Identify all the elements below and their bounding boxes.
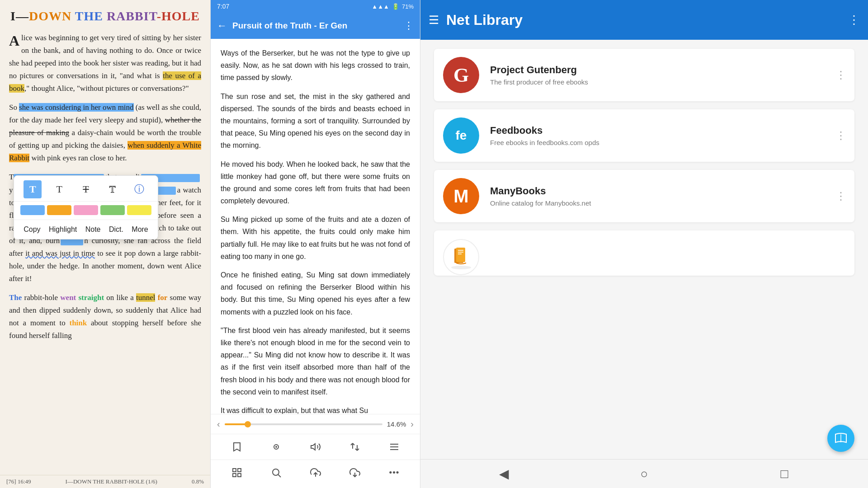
novel-title: Pursuit of the Truth - Er Gen bbox=[232, 21, 398, 31]
feedbooks-info: Feedbooks Free ebooks in feedbooks.com o… bbox=[490, 125, 845, 146]
search-button[interactable] bbox=[267, 464, 285, 482]
svg-rect-9 bbox=[238, 474, 241, 477]
text-toolbar-popup: T T T T ⓘ Copy Highlight Note bbox=[14, 175, 158, 239]
toolbar-outline-icon[interactable]: T bbox=[104, 180, 122, 198]
back-button[interactable]: ← bbox=[217, 20, 227, 32]
brush-button[interactable] bbox=[267, 438, 285, 456]
novel-reader-panel: 7:07 ▲▲▲ 🔋 71% ← Pursuit of the Truth - … bbox=[210, 0, 420, 488]
toolbar-normal-icon[interactable]: T bbox=[50, 180, 68, 198]
gutenberg-logo-text: G bbox=[453, 64, 469, 87]
svg-line-11 bbox=[278, 475, 281, 478]
title-hole: -HOLE bbox=[157, 9, 200, 23]
feedbooks-more-button[interactable]: ⋮ bbox=[835, 129, 846, 142]
title-the: THE bbox=[75, 9, 103, 23]
swatch-blue[interactable] bbox=[20, 205, 45, 215]
novel-more-button[interactable]: ⋮ bbox=[404, 20, 414, 32]
novel-para-5: Once he finished eating, Su Ming sat dow… bbox=[221, 269, 410, 318]
toolbar-info-icon[interactable]: ⓘ bbox=[130, 180, 148, 198]
toolbar-bold-icon[interactable]: T bbox=[24, 180, 42, 198]
svg-rect-16 bbox=[456, 248, 465, 262]
ebook-content: I—DOWN THE RABBIT-HOLE Alice was beginni… bbox=[0, 0, 210, 488]
gutenberg-info: Project Gutenberg The first producer of … bbox=[490, 64, 845, 86]
svg-rect-7 bbox=[238, 469, 241, 472]
novel-icon-row-1 bbox=[211, 434, 420, 460]
note-button[interactable]: Note bbox=[83, 224, 104, 235]
signal-icon: ▲▲▲ bbox=[372, 3, 389, 10]
novel-para-6: "The first blood vein has already manife… bbox=[221, 324, 410, 398]
highlight-button[interactable]: Highlight bbox=[46, 224, 80, 235]
novel-para-4: Su Ming picked up some of the fruits and… bbox=[221, 213, 410, 263]
novel-header: ← Pursuit of the Truth - Er Gen ⋮ bbox=[211, 13, 420, 39]
cloud-download-button[interactable] bbox=[346, 464, 364, 482]
highlight-orange-1: when suddenly a White Rabbit bbox=[9, 141, 201, 162]
manybooks-more-button[interactable]: ⋮ bbox=[835, 190, 846, 202]
bookmark-button[interactable] bbox=[228, 438, 246, 456]
library-item-manybooks[interactable]: M ManyBooks Online catalog for Manybooks… bbox=[434, 170, 854, 222]
recents-nav-button[interactable]: □ bbox=[771, 463, 798, 485]
novel-icon-row-2: ••• bbox=[211, 460, 420, 488]
feedbooks-desc: Free ebooks in feedbooks.com opds bbox=[490, 139, 845, 146]
progress-bar-row: ‹ 14.6% › bbox=[211, 414, 420, 434]
gutenberg-name: Project Gutenberg bbox=[490, 64, 845, 76]
toolbar-strikethrough-icon[interactable]: T bbox=[77, 180, 95, 198]
color-swatches-row bbox=[14, 202, 158, 220]
readera-book-icon bbox=[449, 245, 473, 269]
status-time: 7:07 bbox=[217, 3, 229, 10]
novel-para-3: He moved his body. When he looked back, … bbox=[221, 158, 410, 207]
library-item-feedbooks[interactable]: fe Feedbooks Free ebooks in feedbooks.co… bbox=[434, 109, 854, 162]
prev-chapter-button[interactable]: ‹ bbox=[217, 419, 220, 429]
library-item-readera[interactable] bbox=[434, 230, 854, 276]
title-rabbit: RABBIT bbox=[107, 9, 157, 23]
statusbar-icons: ▲▲▲ 🔋 71% bbox=[372, 3, 414, 10]
netlibrary-header: ☰ Net Library ⋮ bbox=[420, 0, 868, 40]
volume-button[interactable] bbox=[307, 438, 325, 456]
gutenberg-logo: G bbox=[443, 57, 479, 93]
list-button[interactable] bbox=[385, 438, 403, 456]
ebook-panel: I—DOWN THE RABBIT-HOLE Alice was beginni… bbox=[0, 0, 210, 488]
title-prefix: I— bbox=[10, 9, 29, 23]
next-chapter-button[interactable]: › bbox=[410, 419, 414, 429]
manybooks-desc: Online catalog for Manybooks.net bbox=[490, 199, 845, 207]
cloud-upload-button[interactable] bbox=[307, 464, 325, 482]
feedbooks-logo: fe bbox=[443, 117, 479, 154]
grid-button[interactable] bbox=[228, 464, 246, 482]
more-options-button[interactable]: ••• bbox=[385, 464, 403, 482]
library-item-gutenberg[interactable]: G Project Gutenberg The first producer o… bbox=[434, 49, 854, 101]
underline-2: it and was just in time bbox=[25, 249, 95, 258]
strikethrough-1: whether the pleasure of making bbox=[9, 116, 201, 137]
dict-button[interactable]: Dict. bbox=[106, 224, 126, 235]
swatch-orange[interactable] bbox=[47, 205, 71, 215]
progress-dot bbox=[245, 421, 251, 427]
menu-button[interactable]: ☰ bbox=[429, 13, 439, 27]
home-nav-button[interactable]: ○ bbox=[631, 463, 658, 485]
feedbooks-name: Feedbooks bbox=[490, 125, 845, 136]
svg-point-14 bbox=[451, 266, 471, 269]
copy-button[interactable]: Copy bbox=[21, 224, 43, 235]
netlibrary-panel: ☰ Net Library ⋮ G Project Gutenberg The … bbox=[420, 0, 868, 488]
manybooks-logo: M bbox=[443, 178, 479, 214]
highlight-blue-1: she was considering in her own mind bbox=[19, 103, 133, 112]
progress-percent: 14.6% bbox=[387, 420, 406, 428]
fab-button[interactable] bbox=[827, 425, 854, 452]
netlibrary-more-button[interactable]: ⋮ bbox=[848, 13, 860, 27]
feedbooks-logo-icon: fe bbox=[456, 129, 467, 142]
back-nav-button[interactable]: ◀ bbox=[491, 463, 518, 485]
netlibrary-title: Net Library bbox=[446, 12, 841, 28]
more-button[interactable]: More bbox=[129, 224, 151, 235]
toolbar-actions-row: Copy Highlight Note Dict. More bbox=[14, 220, 158, 239]
readera-logo bbox=[443, 239, 479, 275]
swatch-yellow[interactable] bbox=[127, 205, 151, 215]
progress-bar-bg[interactable] bbox=[225, 423, 382, 425]
svg-point-10 bbox=[273, 469, 279, 475]
arrows-button[interactable] bbox=[346, 438, 364, 456]
gutenberg-desc: The first producer of free ebooks bbox=[490, 78, 845, 86]
manybooks-logo-text: M bbox=[453, 186, 468, 206]
gutenberg-more-button[interactable]: ⋮ bbox=[835, 69, 846, 81]
footer-percent: 0.8% bbox=[192, 478, 204, 485]
toolbar-icon-row: T T T T ⓘ bbox=[14, 176, 158, 202]
manybooks-name: ManyBooks bbox=[490, 185, 845, 197]
swatch-pink[interactable] bbox=[74, 205, 98, 215]
novel-para-1: Ways of the Berserker, but he was not th… bbox=[221, 47, 410, 84]
battery-icon: 🔋 bbox=[392, 3, 399, 10]
swatch-green[interactable] bbox=[100, 205, 125, 215]
